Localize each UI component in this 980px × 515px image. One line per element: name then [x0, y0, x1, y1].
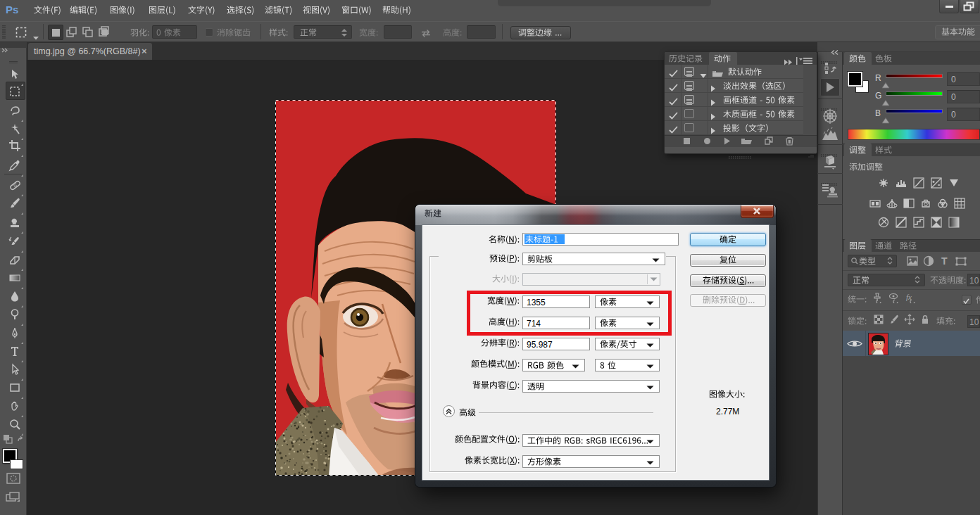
- svg-text:T: T: [941, 255, 948, 267]
